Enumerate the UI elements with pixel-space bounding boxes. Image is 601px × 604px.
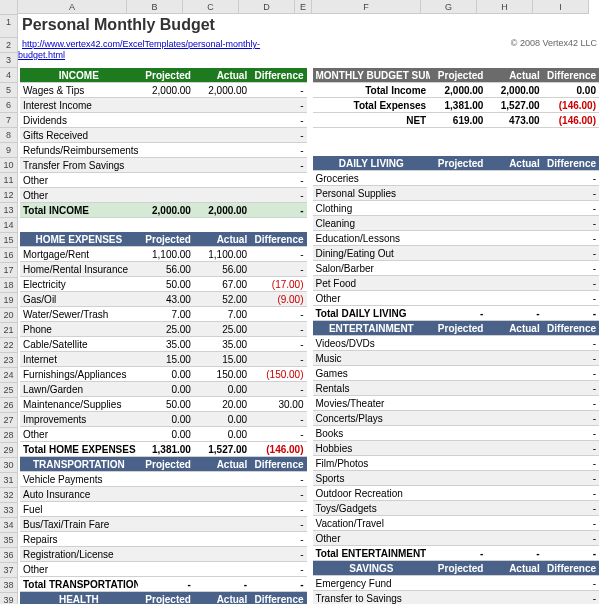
row-header-26[interactable]: 26 <box>0 398 18 413</box>
row-header-28[interactable]: 28 <box>0 428 18 443</box>
cell-projected[interactable]: 0.00 <box>138 427 194 442</box>
data-row[interactable]: Auto Insurance- <box>20 487 307 502</box>
cell-actual[interactable] <box>486 531 542 546</box>
data-row[interactable]: Other- <box>313 291 600 306</box>
row-header-9[interactable]: 9 <box>0 143 18 158</box>
cell-projected[interactable]: 25.00 <box>138 322 194 337</box>
cell-projected[interactable] <box>430 351 486 366</box>
row-header-33[interactable]: 33 <box>0 503 18 518</box>
row-header-16[interactable]: 16 <box>0 248 18 263</box>
data-row[interactable]: Emergency Fund- <box>313 576 600 591</box>
cell-actual[interactable] <box>486 246 542 261</box>
cell-actual[interactable] <box>194 547 250 562</box>
data-row[interactable]: Internet15.0015.00- <box>20 352 307 367</box>
row-header-3[interactable]: 3 <box>0 53 18 68</box>
row-header-5[interactable]: 5 <box>0 83 18 98</box>
data-row[interactable]: Other- <box>20 173 307 188</box>
cell-projected[interactable]: 7.00 <box>138 307 194 322</box>
cell-actual[interactable] <box>194 532 250 547</box>
col-header-H[interactable]: H <box>477 0 533 14</box>
cell-projected[interactable] <box>430 576 486 591</box>
col-header-I[interactable]: I <box>533 0 589 14</box>
cell-actual[interactable]: 35.00 <box>194 337 250 352</box>
data-row[interactable]: Cable/Satellite35.0035.00- <box>20 337 307 352</box>
cell-projected[interactable]: 43.00 <box>138 292 194 307</box>
cell-projected[interactable] <box>138 173 194 188</box>
cell-projected[interactable] <box>430 426 486 441</box>
data-row[interactable]: Gas/Oil43.0052.00(9.00) <box>20 292 307 307</box>
data-row[interactable]: Other- <box>20 188 307 203</box>
row-header-27[interactable]: 27 <box>0 413 18 428</box>
cell-actual[interactable] <box>486 336 542 351</box>
cell-actual[interactable] <box>486 261 542 276</box>
row-header-39[interactable]: 39 <box>0 593 18 604</box>
data-row[interactable]: Water/Sewer/Trash7.007.00- <box>20 307 307 322</box>
row-header-22[interactable]: 22 <box>0 338 18 353</box>
cell-actual[interactable]: 0.00 <box>194 382 250 397</box>
cell-projected[interactable]: 0.00 <box>138 412 194 427</box>
cell-projected[interactable] <box>138 158 194 173</box>
row-header-20[interactable]: 20 <box>0 308 18 323</box>
cell-projected[interactable] <box>430 231 486 246</box>
row-header-36[interactable]: 36 <box>0 548 18 563</box>
cell-projected[interactable] <box>430 591 486 605</box>
cell-actual[interactable]: 0.00 <box>194 427 250 442</box>
data-row[interactable]: Rentals- <box>313 381 600 396</box>
cell-projected[interactable] <box>138 113 194 128</box>
cell-actual[interactable] <box>194 562 250 577</box>
cell-actual[interactable]: 25.00 <box>194 322 250 337</box>
cell-actual[interactable] <box>486 201 542 216</box>
row-header-4[interactable]: 4 <box>0 68 18 83</box>
data-row[interactable]: Repairs- <box>20 532 307 547</box>
data-row[interactable]: Electricity50.0067.00(17.00) <box>20 277 307 292</box>
cell-projected[interactable] <box>430 471 486 486</box>
cell-projected[interactable] <box>138 547 194 562</box>
cell-projected[interactable] <box>430 501 486 516</box>
data-row[interactable]: Home/Rental Insurance56.0056.00- <box>20 262 307 277</box>
row-header-24[interactable]: 24 <box>0 368 18 383</box>
cell-projected[interactable] <box>430 531 486 546</box>
data-row[interactable]: Salon/Barber- <box>313 261 600 276</box>
data-row[interactable]: Sports- <box>313 471 600 486</box>
data-row[interactable]: Other- <box>313 531 600 546</box>
cell-actual[interactable]: 20.00 <box>194 397 250 412</box>
cell-projected[interactable] <box>430 396 486 411</box>
cell-actual[interactable] <box>486 456 542 471</box>
data-row[interactable]: Education/Lessons- <box>313 231 600 246</box>
data-row[interactable]: Gifts Received- <box>20 128 307 143</box>
data-row[interactable]: Games- <box>313 366 600 381</box>
cell-projected[interactable] <box>138 98 194 113</box>
cell-projected[interactable] <box>430 201 486 216</box>
data-row[interactable]: Refunds/Reimbursements- <box>20 143 307 158</box>
data-row[interactable]: Phone25.0025.00- <box>20 322 307 337</box>
cell-projected[interactable] <box>138 532 194 547</box>
row-header-15[interactable]: 15 <box>0 233 18 248</box>
data-row[interactable]: Cleaning- <box>313 216 600 231</box>
data-row[interactable]: Film/Photos- <box>313 456 600 471</box>
cell-projected[interactable]: 1,100.00 <box>138 247 194 262</box>
row-header-25[interactable]: 25 <box>0 383 18 398</box>
data-row[interactable]: Personal Supplies- <box>313 186 600 201</box>
cell-actual[interactable] <box>194 113 250 128</box>
cell-projected[interactable] <box>430 276 486 291</box>
data-row[interactable]: Music- <box>313 351 600 366</box>
cell-actual[interactable] <box>486 171 542 186</box>
row-header-21[interactable]: 21 <box>0 323 18 338</box>
cell-projected[interactable] <box>138 143 194 158</box>
data-row[interactable]: Other0.000.00- <box>20 427 307 442</box>
data-row[interactable]: Bus/Taxi/Train Fare- <box>20 517 307 532</box>
col-header-A[interactable]: A <box>18 0 127 14</box>
data-row[interactable]: Vehicle Payments- <box>20 472 307 487</box>
cell-projected[interactable] <box>138 517 194 532</box>
cell-actual[interactable] <box>486 441 542 456</box>
cell-projected[interactable]: 56.00 <box>138 262 194 277</box>
data-row[interactable]: Maintenance/Supplies50.0020.0030.00 <box>20 397 307 412</box>
data-row[interactable]: Toys/Gadgets- <box>313 501 600 516</box>
cell-actual[interactable] <box>194 158 250 173</box>
data-row[interactable]: Fuel- <box>20 502 307 517</box>
cell-projected[interactable] <box>430 171 486 186</box>
cell-projected[interactable]: 35.00 <box>138 337 194 352</box>
cell-projected[interactable] <box>138 128 194 143</box>
cell-projected[interactable] <box>138 472 194 487</box>
data-row[interactable]: Mortgage/Rent1,100.001,100.00- <box>20 247 307 262</box>
